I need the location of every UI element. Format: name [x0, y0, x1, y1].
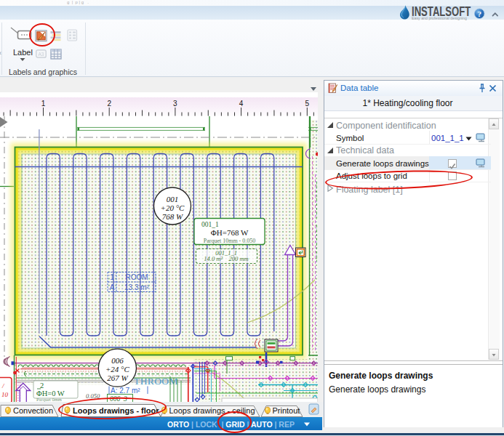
svg-text:2: 2: [40, 382, 44, 389]
svg-text:13.3 m²: 13.3 m²: [124, 283, 150, 291]
svg-text:768 W: 768 W: [162, 212, 183, 221]
svg-text:+20 °C: +20 °C: [161, 203, 185, 212]
svg-text:Convection: Convection: [13, 406, 53, 415]
svg-text:THROOM: THROOM: [134, 376, 178, 387]
svg-text:1: 1: [110, 273, 114, 281]
svg-text:ROOM: ROOM: [125, 273, 148, 281]
svg-text:4: 4: [239, 100, 244, 108]
svg-text:Parquet 0mm: Parquet 0mm: [36, 397, 62, 402]
svg-text:001_1: 001_1: [201, 221, 219, 228]
svg-text:10: 10: [1, 391, 9, 398]
svg-text:ΦH=0 W: ΦH=0 W: [36, 389, 65, 397]
svg-text:006: 006: [111, 356, 124, 365]
svg-text:5: 5: [305, 100, 310, 108]
svg-text:14.0 m² 200 mm: 14.0 m² 200 mm: [204, 255, 248, 262]
svg-text:3: 3: [173, 100, 177, 108]
svg-text:267 W: 267 W: [107, 374, 128, 382]
svg-text:1: 1: [41, 100, 46, 108]
svg-text:?: ?: [477, 9, 481, 18]
svg-text:001: 001: [167, 195, 179, 203]
svg-text:Easy and professional designin: Easy and professional designing: [412, 16, 467, 20]
svg-text:ΦH=768 W: ΦH=768 W: [211, 228, 249, 237]
svg-text:2: 2: [107, 100, 111, 108]
svg-text:Printout: Printout: [273, 406, 300, 415]
svg-text:A: 2.7 m²: A: 2.7 m²: [111, 387, 140, 395]
svg-text:+24 °C: +24 °C: [105, 365, 130, 374]
svg-text:Parquet 10mm - 0.050: Parquet 10mm - 0.050: [204, 238, 256, 244]
svg-text:A: A: [110, 283, 115, 291]
svg-text:A3: A3: [39, 52, 44, 57]
